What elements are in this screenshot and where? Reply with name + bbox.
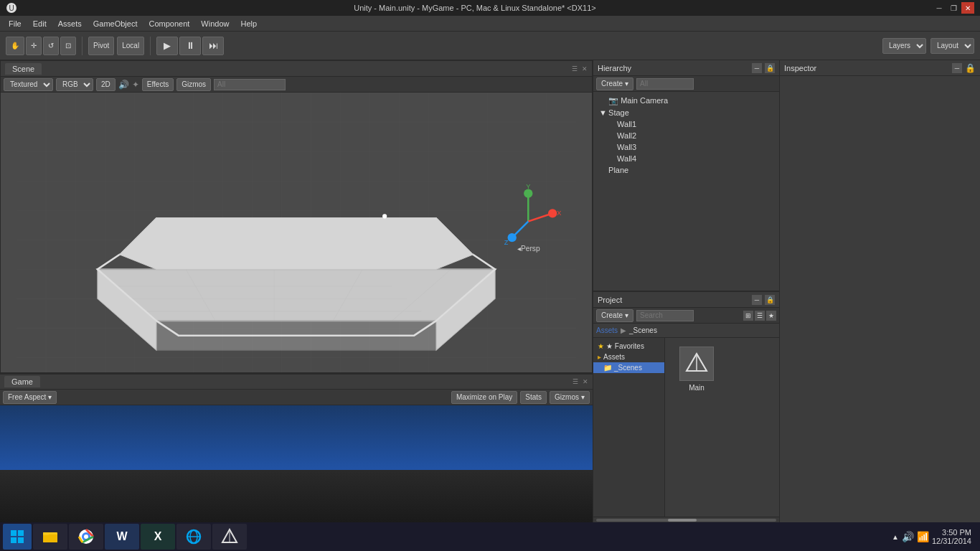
menu-help[interactable]: Help: [235, 18, 263, 29]
taskbar-chrome[interactable]: [69, 524, 103, 550]
layers-dropdown[interactable]: Layers: [882, 38, 926, 54]
scene-tab-spacer: [46, 67, 60, 70]
hand-tool-button[interactable]: ✋: [6, 37, 24, 55]
project-scrollbar[interactable]: [593, 517, 779, 522]
maximize-on-play-button[interactable]: Maximize on Play: [451, 391, 517, 404]
menu-component[interactable]: Component: [143, 18, 195, 29]
project-search-input[interactable]: [636, 310, 694, 321]
gizmos-button[interactable]: Gizmos: [176, 78, 211, 91]
project-create-button[interactable]: Create ▾: [596, 309, 633, 322]
taskbar-date: 12/31/2014: [932, 537, 971, 545]
hierarchy-minimize-button[interactable]: ─: [752, 63, 762, 73]
tree-wall3[interactable]: Wall3: [593, 141, 779, 153]
taskbar-unity[interactable]: [212, 524, 247, 550]
game-3d-view[interactable]: [0, 405, 593, 522]
project-minimize-button[interactable]: ─: [752, 295, 762, 305]
game-tab[interactable]: Game: [4, 376, 40, 387]
project-header-buttons: ─ 🔒: [752, 295, 775, 305]
game-sky: [0, 405, 593, 476]
game-gizmos-arrow: ▾: [581, 393, 585, 401]
svg-text:Y: Y: [526, 183, 530, 190]
project-view-buttons: ⊞ ☰ ★: [743, 311, 776, 321]
hierarchy-create-button[interactable]: Create ▾: [596, 77, 633, 90]
taskbar-time-area[interactable]: 3:50 PM 12/31/2014: [932, 528, 971, 545]
sidebar-assets[interactable]: ▸ Assets: [593, 352, 664, 362]
scene-3d-view[interactable]: Y X Z ◂Persp: [1, 93, 592, 372]
stats-button[interactable]: Stats: [520, 391, 547, 404]
taskbar-excel[interactable]: X: [141, 524, 175, 550]
scene-3d-svg: Y X Z ◂Persp: [1, 93, 592, 372]
taskbar-file-explorer[interactable]: [33, 524, 67, 550]
project-view-btn2[interactable]: ☰: [755, 311, 765, 321]
project-lock-button[interactable]: 🔒: [765, 295, 775, 305]
minimize-button[interactable]: ─: [933, 2, 946, 14]
layout-dropdown[interactable]: Layout: [930, 38, 974, 54]
inspector-header-buttons: ─ 🔒: [952, 63, 976, 73]
scroll-thumb[interactable]: [668, 519, 697, 522]
menu-bar: File Edit Assets GameObject Component Wi…: [0, 16, 980, 32]
rotate-tool-button[interactable]: ↺: [43, 37, 59, 55]
free-aspect-button[interactable]: Free Aspect ▾: [3, 391, 57, 404]
game-panel-menu-icon[interactable]: ☰: [573, 378, 578, 385]
taskbar-time: 3:50 PM: [932, 528, 971, 537]
play-button[interactable]: ▶: [156, 37, 178, 55]
effects-button[interactable]: Effects: [142, 78, 174, 91]
project-sidebar: ★ ★ Favorites ▸ Assets 📁 _Scenes: [593, 338, 665, 517]
breadcrumb-assets[interactable]: Assets: [596, 326, 618, 334]
menu-assets[interactable]: Assets: [52, 18, 88, 29]
svg-text:X: X: [557, 209, 561, 217]
menu-window[interactable]: Window: [195, 18, 235, 29]
project-file-main[interactable]: Main: [674, 347, 720, 392]
free-aspect-arrow: ▾: [48, 393, 52, 401]
breadcrumb-arrow: ▶: [621, 326, 626, 334]
tree-wall2[interactable]: Wall2: [593, 130, 779, 141]
2d-button[interactable]: 2D: [96, 78, 116, 91]
tree-stage[interactable]: ▼ Stage: [593, 107, 779, 118]
inspector-lock-icon[interactable]: 🔒: [965, 63, 976, 73]
close-button[interactable]: ✕: [961, 2, 974, 14]
scene-tab[interactable]: Scene: [5, 63, 42, 75]
audio-icon[interactable]: 🔊: [118, 80, 129, 90]
menu-edit[interactable]: Edit: [27, 18, 52, 29]
svg-rect-65: [18, 537, 24, 543]
tree-wall1[interactable]: Wall1: [593, 118, 779, 130]
textured-dropdown[interactable]: Textured: [4, 78, 53, 91]
hierarchy-search-input[interactable]: [636, 78, 694, 90]
menu-gameobject[interactable]: GameObject: [88, 18, 143, 29]
fx-icon[interactable]: ✦: [132, 80, 139, 90]
scroll-track: [596, 519, 776, 522]
project-files-grid: Main: [668, 341, 776, 397]
step-button[interactable]: ⏭: [202, 37, 224, 55]
pivot-button[interactable]: Pivot: [88, 37, 114, 55]
tree-main-camera[interactable]: 📷 Main Camera: [593, 95, 779, 107]
taskbar-browser2[interactable]: [176, 524, 211, 550]
game-panel-close-icon[interactable]: ✕: [583, 378, 588, 385]
inspector-minimize-button[interactable]: ─: [952, 63, 962, 73]
local-button[interactable]: Local: [117, 37, 144, 55]
sidebar-scenes[interactable]: 📁 _Scenes: [593, 362, 664, 373]
start-button[interactable]: [3, 524, 32, 550]
project-view-btn1[interactable]: ⊞: [743, 311, 753, 321]
scene-panel-menu-icon[interactable]: ☰: [572, 65, 578, 72]
project-files-area: Main: [665, 338, 779, 517]
scene-panel-close-icon[interactable]: ✕: [582, 65, 588, 72]
hierarchy-lock-button[interactable]: 🔒: [765, 63, 775, 73]
taskbar-expand-icon[interactable]: ▲: [892, 533, 899, 541]
pivot-label: Pivot: [93, 42, 109, 50]
taskbar-network-icon[interactable]: 📶: [917, 531, 929, 542]
scale-tool-button[interactable]: ⊡: [60, 37, 76, 55]
taskbar-word[interactable]: W: [105, 524, 139, 550]
breadcrumb-scenes[interactable]: _Scenes: [629, 326, 657, 334]
game-gizmos-button[interactable]: Gizmos ▾: [550, 391, 590, 404]
tree-plane[interactable]: Plane: [593, 164, 779, 176]
taskbar-speaker-icon[interactable]: 🔊: [902, 531, 914, 542]
tree-wall4[interactable]: Wall4: [593, 153, 779, 164]
scene-search-input[interactable]: [214, 79, 286, 90]
maximize-button[interactable]: ❐: [947, 2, 960, 14]
sidebar-favorites[interactable]: ★ ★ Favorites: [593, 341, 664, 352]
menu-file[interactable]: File: [3, 18, 27, 29]
project-view-btn3[interactable]: ★: [766, 311, 776, 321]
pause-button[interactable]: ⏸: [179, 37, 201, 55]
rgb-dropdown[interactable]: RGB: [56, 78, 93, 91]
move-tool-button[interactable]: ✛: [26, 37, 42, 55]
